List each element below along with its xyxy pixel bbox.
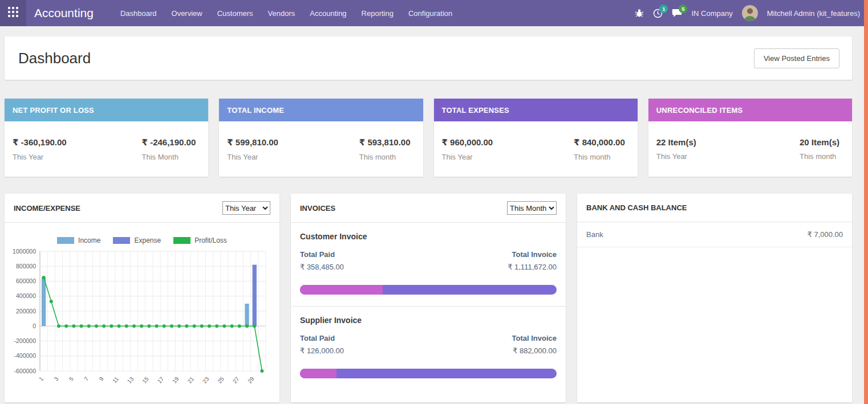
kpi-card-header: NET PROFIT OR LOSS (5, 99, 208, 121)
menu-item-vendors[interactable]: Vendors (261, 1, 303, 26)
menu-item-configuration[interactable]: Configuration (401, 1, 460, 26)
svg-text:19: 19 (171, 376, 180, 385)
expense-swatch (113, 237, 130, 244)
kpi-card-header: TOTAL EXPENSES (434, 99, 638, 121)
svg-text:21: 21 (186, 376, 196, 385)
svg-text:9: 9 (98, 376, 105, 382)
bank-balance-row[interactable]: Bank ₹ 7,000.00 (577, 222, 852, 247)
income-expense-title: INCOME/EXPENSE (14, 204, 80, 213)
svg-text:7: 7 (83, 376, 90, 382)
legend-item-expense: Expense (113, 236, 161, 244)
svg-text:1000000: 1000000 (13, 248, 36, 255)
user-menu[interactable]: Mitchell Admin (kit_features) (767, 9, 860, 18)
svg-text:400000: 400000 (16, 292, 36, 299)
apps-grid-icon (8, 7, 18, 19)
svg-text:-400000: -400000 (14, 352, 36, 359)
svg-text:11: 11 (111, 376, 120, 384)
bank-balance-value: ₹ 7,000.00 (808, 230, 843, 239)
kpi-month-value: 20 Item(s) (800, 137, 839, 147)
total-paid-label: Total Paid (300, 334, 344, 342)
dashboard-page: Dashboard View Posted Entries NET PROFIT… (0, 26, 868, 402)
supplier-invoice-progress-bar (300, 369, 557, 378)
svg-text:600000: 600000 (16, 278, 36, 284)
page-header-card: Dashboard View Posted Entries (5, 36, 852, 80)
svg-text:-200000: -200000 (14, 337, 36, 344)
menu-item-overview[interactable]: Overview (164, 1, 210, 26)
menu-item-customers[interactable]: Customers (210, 1, 261, 26)
svg-text:25: 25 (216, 376, 225, 385)
bank-panel-title: BANK AND CASH BALANCE (586, 203, 687, 212)
income-expense-chart: 10000008000006000004000002000000-200000-… (10, 248, 273, 397)
total-invoice-label: Total Invoice (512, 334, 557, 342)
top-navbar: Accounting Dashboard Overview Customers … (0, 0, 868, 26)
svg-text:17: 17 (156, 376, 165, 385)
kpi-year-value: 22 Item(s) (656, 137, 696, 147)
invoices-period-select[interactable]: This Month (507, 201, 557, 215)
svg-text:800000: 800000 (16, 263, 36, 270)
supplier-invoice-paid-fill (300, 369, 336, 378)
user-avatar[interactable] (742, 5, 758, 21)
profit-loss-swatch (173, 237, 190, 244)
svg-text:-600000: -600000 (14, 368, 36, 374)
total-paid-label: Total Paid (300, 250, 344, 259)
menu-item-dashboard[interactable]: Dashboard (113, 1, 164, 26)
bottom-panel-row: INCOME/EXPENSE This Year Income Expense … (5, 194, 852, 402)
supplier-invoice-section: Supplier Invoice Total Paid ₹ 126,000.00… (291, 307, 566, 390)
kpi-year-value: ₹ -360,190.00 (13, 137, 67, 148)
view-posted-entries-button[interactable]: View Posted Entries (754, 48, 839, 68)
kpi-year-label: This Year (656, 152, 696, 161)
kpi-month-value: ₹ 593,810.00 (359, 137, 411, 148)
kpi-year-value: ₹ 599,810.00 (227, 137, 278, 148)
income-expense-panel: INCOME/EXPENSE This Year Income Expense … (5, 194, 279, 402)
menu-item-reporting[interactable]: Reporting (354, 1, 401, 26)
kpi-month-value: ₹ 840,000.00 (574, 137, 625, 148)
total-paid-value: ₹ 126,000.00 (300, 346, 344, 355)
activities-count-badge: 1 (659, 5, 668, 13)
kpi-month-label: This month (359, 153, 411, 161)
income-expense-period-select[interactable]: This Year (222, 201, 270, 215)
customer-invoice-heading: Customer Invoice (300, 232, 557, 241)
customer-invoice-paid-fill (300, 285, 383, 295)
total-invoice-value: ₹ 882,000.00 (512, 346, 557, 355)
kpi-card-total-income: TOTAL INCOME ₹ 599,810.00 This Year ₹ 59… (219, 99, 423, 177)
activities-clock-icon[interactable]: 1 (653, 9, 663, 18)
kpi-card-title: UNRECONCILED ITEMS (656, 106, 743, 115)
total-invoice-label: Total Invoice (508, 250, 557, 259)
main-menu: Dashboard Overview Customers Vendors Acc… (113, 1, 460, 26)
messages-chat-icon[interactable]: 5 (672, 9, 682, 18)
company-switcher[interactable]: IN Company (691, 9, 732, 18)
kpi-card-unreconciled-items: UNRECONCILED ITEMS 22 Item(s) This Year … (648, 99, 852, 177)
apps-menu-button[interactable] (0, 0, 26, 26)
messages-count-badge: 5 (679, 5, 687, 13)
kpi-month-label: This month (574, 153, 625, 161)
navbar-right-section: 1 5 IN Company Mitchell Admin (kit_featu… (635, 5, 860, 21)
kpi-month-label: This month (800, 152, 839, 161)
svg-text:200000: 200000 (16, 308, 36, 315)
legend-item-profit-loss: Profit/Loss (173, 236, 227, 244)
kpi-month-label: This Month (142, 153, 196, 161)
income-swatch (57, 237, 74, 244)
menu-item-accounting[interactable]: Accounting (302, 1, 354, 26)
kpi-card-total-expenses: TOTAL EXPENSES ₹ 960,000.00 This Year ₹ … (434, 99, 638, 177)
kpi-card-title: TOTAL EXPENSES (442, 106, 509, 115)
supplier-invoice-heading: Supplier Invoice (300, 316, 557, 325)
debug-bug-icon[interactable] (635, 9, 644, 18)
app-title[interactable]: Accounting (34, 6, 94, 20)
svg-text:23: 23 (201, 376, 210, 385)
total-invoice-value: ₹ 1,111,672.00 (508, 263, 557, 271)
kpi-card-title: TOTAL INCOME (227, 106, 284, 115)
svg-text:27: 27 (232, 376, 241, 385)
kpi-card-row: NET PROFIT OR LOSS ₹ -360,190.00 This Ye… (5, 99, 852, 177)
kpi-year-label: This Year (13, 153, 67, 161)
svg-text:5: 5 (68, 376, 75, 382)
customer-invoice-progress-bar (300, 285, 557, 295)
bank-journal-link[interactable]: Bank (586, 230, 603, 239)
svg-text:13: 13 (126, 376, 135, 385)
bank-cash-balance-panel: BANK AND CASH BALANCE Bank ₹ 7,000.00 (577, 194, 852, 402)
svg-text:0: 0 (33, 323, 36, 329)
kpi-card-header: UNRECONCILED ITEMS (648, 99, 852, 121)
kpi-card-title: NET PROFIT OR LOSS (13, 106, 94, 115)
page-title: Dashboard (18, 50, 91, 67)
kpi-year-label: This Year (227, 153, 278, 161)
legend-item-income: Income (57, 236, 100, 244)
